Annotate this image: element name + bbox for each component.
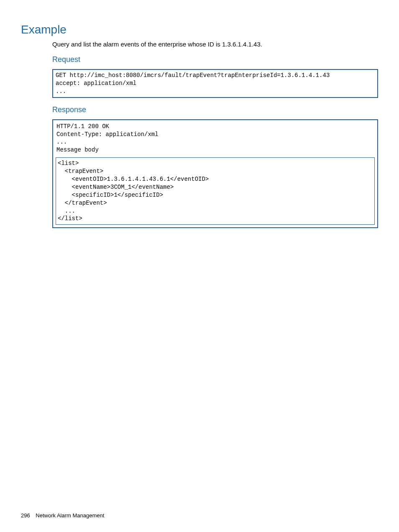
response-outer-block: HTTP/1.1 200 OK Content-Type: applicatio… (52, 119, 378, 229)
page-number: 296 (21, 512, 30, 519)
example-description: Query and list the alarm events of the e… (52, 41, 378, 48)
page-footer: 296 Network Alarm Management (21, 512, 104, 519)
footer-section: Network Alarm Management (36, 512, 104, 519)
response-headers: HTTP/1.1 200 OK Content-Type: applicatio… (56, 123, 375, 158)
example-heading: Example (21, 23, 378, 36)
response-body: <list> <trapEvent> <eventOID>1.3.6.1.4.1… (56, 157, 375, 225)
request-heading: Request (52, 55, 378, 64)
response-heading: Response (52, 105, 378, 114)
request-code-block: GET http://imc_host:8080/imcrs/fault/tra… (52, 69, 378, 98)
